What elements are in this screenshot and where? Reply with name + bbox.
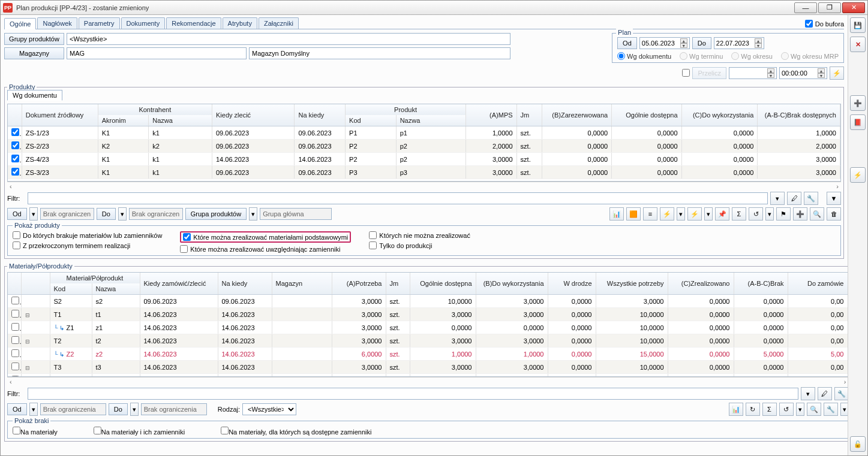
- scroll-left-icon[interactable]: ‹: [10, 183, 12, 190]
- magazyny-button[interactable]: Magazyny: [4, 47, 64, 59]
- mat-zoom-icon[interactable]: 🔍: [807, 403, 821, 416]
- plan-od-date[interactable]: 05.06.2023▲▼: [639, 37, 690, 49]
- przelicz-checkbox[interactable]: [682, 69, 690, 78]
- tab-załączniki[interactable]: Załączniki: [259, 17, 299, 29]
- table-row[interactable]: ⊟T2t214.06.202314.06.20233,0000szt.3,000…: [8, 334, 848, 348]
- minimize-button[interactable]: —: [794, 2, 817, 13]
- grupy-produktow-button[interactable]: Grupy produktów: [4, 33, 64, 45]
- tab-parametry[interactable]: Parametry: [79, 17, 120, 29]
- produkty-filtr-input[interactable]: [28, 192, 768, 204]
- magazyn-nazwa-input[interactable]: [249, 47, 510, 59]
- wg-dokumentu-tab[interactable]: Wg dokumentu: [7, 90, 62, 101]
- filtr-edit-icon[interactable]: 🖊: [787, 192, 801, 205]
- plan-od-button[interactable]: Od: [617, 37, 637, 49]
- mat-wrench-icon[interactable]: 🔧: [824, 403, 838, 416]
- table-row[interactable]: S2s209.06.202309.06.20233,0000szt.10,000…: [8, 295, 848, 308]
- mat-wrench-drop-icon[interactable]: ▾: [840, 403, 848, 416]
- plan-do-button[interactable]: Do: [692, 37, 711, 49]
- scroll-right-icon[interactable]: ›: [836, 183, 839, 190]
- radio-wg-okresu-mrp[interactable]: Wg okresu MRP: [781, 52, 839, 60]
- tab-rekomendacje[interactable]: Rekomendacje: [166, 17, 221, 29]
- radio-wg-dokumentu[interactable]: Wg dokumentu: [617, 52, 671, 60]
- filtr-tool-icon[interactable]: 🔧: [804, 192, 818, 205]
- cancel-icon[interactable]: ✕: [850, 37, 866, 52]
- table-row[interactable]: └ ↳ Z2z214.06.202314.06.20236,0000szt.1,…: [8, 348, 848, 361]
- filtr-drop-icon[interactable]: ▾: [770, 192, 785, 205]
- mat-chart-icon[interactable]: 📊: [729, 403, 743, 416]
- table-row[interactable]: ZS-3/23K1k109.06.202309.06.2023P3p33,000…: [8, 166, 840, 179]
- plan-do-date[interactable]: 22.07.2023▲▼: [714, 37, 764, 49]
- radio-wg-terminu[interactable]: Wg terminu: [680, 52, 723, 60]
- mat-do-drop-icon[interactable]: ▾: [130, 403, 139, 416]
- chk-przekroczony-termin[interactable]: Z przekroczonym terminem realizacji: [13, 241, 162, 249]
- od-drop-icon[interactable]: ▾: [29, 207, 38, 221]
- bolt2-icon[interactable]: ⚡: [687, 207, 702, 221]
- chk-na-materialy-dostepne-zam[interactable]: Na materiały, dla których są dostępne za…: [221, 427, 371, 436]
- box-icon[interactable]: 🟧: [626, 207, 641, 221]
- mat-sigma-icon[interactable]: Σ: [762, 403, 777, 416]
- do-drop-icon[interactable]: ▾: [118, 207, 127, 221]
- pin-icon[interactable]: 📌: [715, 207, 729, 221]
- table-row[interactable]: ZS-4/23K1k114.06.202314.06.2023P2p23,000…: [8, 153, 840, 166]
- bolt1-icon[interactable]: ⚡: [660, 207, 674, 221]
- produkty-do-button[interactable]: Do: [97, 208, 116, 220]
- mat-filtr-tool-icon[interactable]: 🔧: [834, 387, 848, 400]
- radio-wg-okresu[interactable]: Wg okresu: [731, 52, 773, 60]
- przelicz-value[interactable]: ▲▼: [729, 67, 777, 79]
- save-icon[interactable]: 💾: [850, 17, 866, 33]
- materialy-filtr-input[interactable]: [28, 388, 798, 400]
- chk-zrealizowac-zamienniki[interactable]: Które można zrealizować uwzględniając za…: [180, 245, 351, 253]
- table-row[interactable]: ZS-1/23K1k109.06.202309.06.2023P1p11,000…: [8, 126, 840, 140]
- mat-filtr-edit-icon[interactable]: 🖊: [818, 387, 832, 400]
- grupy-produktow-input[interactable]: [67, 33, 510, 45]
- chk-na-materialy[interactable]: Na materiały: [13, 427, 58, 436]
- tab-ogólne[interactable]: Ogólne: [4, 18, 36, 29]
- side-bolt-icon[interactable]: ⚡: [850, 167, 866, 183]
- grupa-drop-icon[interactable]: ▾: [249, 207, 257, 221]
- trash-icon[interactable]: 🗑: [827, 207, 841, 221]
- sigma-icon[interactable]: Σ: [732, 207, 746, 221]
- flag-icon[interactable]: ⚑: [776, 207, 791, 221]
- side-add-icon[interactable]: ➕: [850, 95, 866, 111]
- mat-od-drop-icon[interactable]: ▾: [29, 403, 38, 416]
- grupa-produktow-button[interactable]: Grupa produktów: [185, 208, 247, 220]
- table-row[interactable]: ZS-2/23K2k209.06.202309.06.2023P2p22,000…: [8, 140, 840, 153]
- close-button[interactable]: ✕: [842, 2, 865, 13]
- undo-icon[interactable]: ↺: [749, 207, 763, 221]
- funnel-icon[interactable]: ▼: [827, 192, 841, 205]
- table-row[interactable]: ⊟T1t114.06.202314.06.20233,0000szt.3,000…: [8, 308, 848, 321]
- materialy-do-button[interactable]: Do: [109, 403, 128, 415]
- chk-tylko-do-produkcji[interactable]: Tylko do produkcji: [369, 241, 470, 249]
- do-bufora-checkbox[interactable]: Do bufora: [805, 20, 844, 28]
- mat-scroll-left-icon[interactable]: ‹: [10, 378, 12, 385]
- maximize-button[interactable]: ❐: [818, 2, 841, 13]
- bolt1-drop-icon[interactable]: ▾: [677, 207, 685, 221]
- produkty-od-button[interactable]: Od: [7, 208, 27, 220]
- chart-icon[interactable]: 📊: [609, 207, 624, 221]
- lock-icon[interactable]: 🔓: [850, 436, 866, 452]
- chk-zrealizowac-podstawowymi[interactable]: Które można zrealizować materiałami pods…: [180, 231, 351, 243]
- mat-filtr-drop-icon[interactable]: ▾: [801, 387, 815, 400]
- mat-undo-drop-icon[interactable]: ▾: [796, 403, 804, 416]
- plus-icon[interactable]: ➕: [793, 207, 807, 221]
- list-icon[interactable]: ≡: [643, 207, 657, 221]
- tab-atrybuty[interactable]: Atrybuty: [223, 17, 257, 29]
- produkty-table[interactable]: Dokument źródłowy Kontrahent Kiedy zleci…: [7, 104, 841, 182]
- mat-refresh-icon[interactable]: ↻: [746, 403, 760, 416]
- table-row[interactable]: └ ↳ Z1z114.06.202314.06.20233,0000szt.0,…: [8, 321, 848, 334]
- undo-drop-icon[interactable]: ▾: [765, 207, 774, 221]
- table-row[interactable]: ⊟T3t314.06.202314.06.20233,0000szt.3,000…: [8, 361, 848, 374]
- chk-nie-mozna-zrealizowac[interactable]: Których nie można zrealizować: [369, 231, 470, 239]
- materialy-od-button[interactable]: Od: [7, 403, 27, 415]
- chk-brakuje-materialow[interactable]: Do których brakuje materiałów lub zamien…: [13, 231, 162, 239]
- przelicz-button[interactable]: Przelicz: [692, 67, 726, 79]
- materialy-table[interactable]: Materiał/Półprodukt Kiedy zamówić/zlecić…: [7, 272, 848, 377]
- tab-dokumenty[interactable]: Dokumenty: [121, 17, 166, 29]
- chk-na-materialy-zamienniki[interactable]: Na materiały i ich zamienniki: [94, 427, 185, 436]
- rodzaj-select[interactable]: <Wszystkie>: [242, 403, 296, 415]
- magazyn-kod-input[interactable]: [67, 47, 247, 59]
- search-icon[interactable]: 🔍: [810, 207, 824, 221]
- przelicz-time[interactable]: 00:00:00▲▼: [779, 67, 827, 79]
- bolt2-drop-icon[interactable]: ▾: [704, 207, 713, 221]
- mat-undo-icon[interactable]: ↺: [779, 403, 794, 416]
